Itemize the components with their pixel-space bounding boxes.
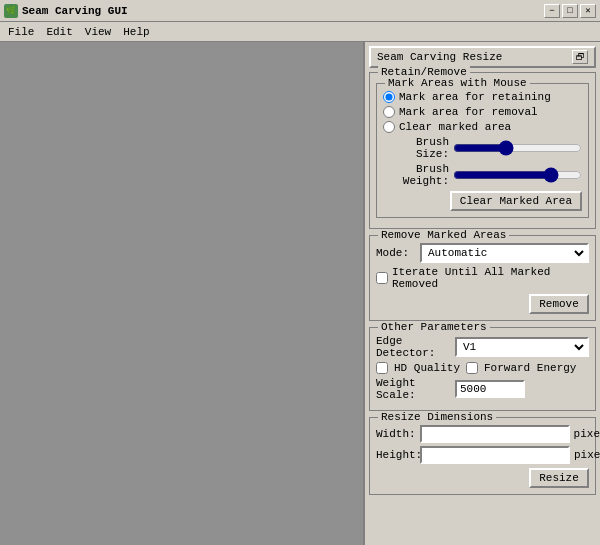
resize-button[interactable]: Resize [529, 468, 589, 488]
menu-view[interactable]: View [79, 24, 117, 40]
width-pixels-label: pixels [574, 428, 600, 440]
height-pixels-label: pixels [574, 449, 600, 461]
other-params-group: Other Parameters Edge Detector: V1 V2 HD… [369, 327, 596, 411]
weight-scale-label: Weight Scale: [376, 377, 451, 401]
brush-weight-row: Brush Weight: [383, 163, 582, 187]
edge-detector-row: Edge Detector: V1 V2 [376, 335, 589, 359]
other-params-label: Other Parameters [378, 321, 490, 333]
clear-btn-row: Clear Marked Area [383, 191, 582, 211]
title-bar-left: 🌿 Seam Carving GUI [4, 4, 128, 18]
height-label: Height: [376, 449, 416, 461]
hd-quality-checkbox[interactable] [376, 362, 388, 374]
resize-dimensions-group: Resize Dimensions Width: pixels Height: … [369, 417, 596, 495]
panel-title: Seam Carving Resize [377, 51, 502, 63]
brush-weight-slider[interactable] [453, 167, 582, 183]
right-panel: Seam Carving Resize 🗗 Retain/Remove Mark… [365, 42, 600, 545]
radio-clear-label: Clear marked area [399, 121, 511, 133]
remove-marked-group: Remove Marked Areas Mode: Automatic Manu… [369, 235, 596, 321]
forward-energy-checkbox[interactable] [466, 362, 478, 374]
weight-scale-input[interactable] [455, 380, 525, 398]
brush-size-row: Brush Size: [383, 136, 582, 160]
radio-row-retain: Mark area for retaining [383, 91, 582, 103]
title-bar: 🌿 Seam Carving GUI − □ ✕ [0, 0, 600, 22]
weight-scale-row: Weight Scale: [376, 377, 589, 401]
app-title: Seam Carving GUI [22, 5, 128, 17]
title-bar-controls: − □ ✕ [544, 4, 596, 18]
radio-retain-label: Mark area for retaining [399, 91, 551, 103]
mark-areas-group: Mark Areas with Mouse Mark area for reta… [376, 83, 589, 218]
main-content: Seam Carving Resize 🗗 Retain/Remove Mark… [0, 42, 600, 545]
brush-size-slider[interactable] [453, 140, 582, 156]
close-button[interactable]: ✕ [580, 4, 596, 18]
menu-edit[interactable]: Edit [40, 24, 78, 40]
forward-energy-label: Forward Energy [484, 362, 576, 374]
resize-btn-row: Resize [376, 468, 589, 488]
clear-marked-area-button[interactable]: Clear Marked Area [450, 191, 582, 211]
remove-button[interactable]: Remove [529, 294, 589, 314]
mode-label: Mode: [376, 247, 416, 259]
menu-file[interactable]: File [2, 24, 40, 40]
iterate-row: Iterate Until All Marked Removed [376, 266, 589, 290]
height-input[interactable] [420, 446, 570, 464]
height-row: Height: pixels [376, 446, 589, 464]
mode-row: Mode: Automatic Manual [376, 243, 589, 263]
hd-quality-label: HD Quality [394, 362, 460, 374]
radio-removal-label: Mark area for removal [399, 106, 538, 118]
radio-retain[interactable] [383, 91, 395, 103]
brush-size-label: Brush Size: [383, 136, 449, 160]
remove-btn-row: Remove [376, 294, 589, 314]
radio-removal[interactable] [383, 106, 395, 118]
minimize-button[interactable]: − [544, 4, 560, 18]
quality-energy-row: HD Quality Forward Energy [376, 362, 589, 374]
radio-row-removal: Mark area for removal [383, 106, 582, 118]
maximize-button[interactable]: □ [562, 4, 578, 18]
remove-marked-label: Remove Marked Areas [378, 229, 509, 241]
iterate-label: Iterate Until All Marked Removed [392, 266, 589, 290]
menu-bar: File Edit View Help [0, 22, 600, 42]
iterate-checkbox[interactable] [376, 272, 388, 284]
mark-areas-label: Mark Areas with Mouse [385, 77, 530, 89]
width-row: Width: pixels [376, 425, 589, 443]
radio-clear[interactable] [383, 121, 395, 133]
panel-restore-btn[interactable]: 🗗 [572, 50, 588, 64]
canvas-area [0, 42, 365, 545]
resize-dimensions-label: Resize Dimensions [378, 411, 496, 423]
retain-remove-group: Retain/Remove Mark Areas with Mouse Mark… [369, 72, 596, 229]
mode-select[interactable]: Automatic Manual [420, 243, 589, 263]
radio-row-clear: Clear marked area [383, 121, 582, 133]
brush-weight-label: Brush Weight: [383, 163, 449, 187]
app-icon: 🌿 [4, 4, 18, 18]
panel-title-controls: 🗗 [572, 50, 588, 64]
menu-help[interactable]: Help [117, 24, 155, 40]
panel-title-bar: Seam Carving Resize 🗗 [369, 46, 596, 68]
width-input[interactable] [420, 425, 570, 443]
width-label: Width: [376, 428, 416, 440]
edge-detector-label: Edge Detector: [376, 335, 451, 359]
edge-detector-select[interactable]: V1 V2 [455, 337, 589, 357]
